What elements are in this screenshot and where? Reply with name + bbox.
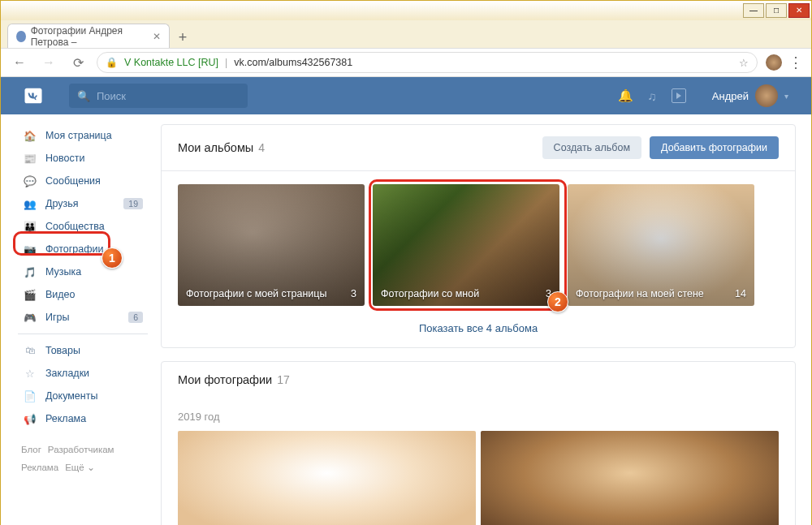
show-all-link[interactable]: Показать все 4 альбома xyxy=(419,322,538,334)
favicon-icon xyxy=(16,31,26,42)
sidebar-item-bookmarks[interactable]: ☆Закладки xyxy=(16,362,149,385)
url-text: vk.com/albums432567381 xyxy=(234,57,352,68)
browser-toolbar: ← → ⟳ 🔒 V Kontakte LLC [RU] | vk.com/alb… xyxy=(1,48,811,77)
play-icon[interactable] xyxy=(672,88,686,103)
sidebar-item-my-page[interactable]: 🏠Моя страница xyxy=(16,124,149,147)
albums-count: 4 xyxy=(258,141,265,154)
notifications-icon[interactable]: 🔔 xyxy=(618,88,633,103)
albums-title: Мои альбомы xyxy=(178,141,253,154)
photos-count: 17 xyxy=(277,373,290,386)
search-icon: 🔍 xyxy=(77,90,90,102)
sidebar: 🏠Моя страница 📰Новости 💬Сообщения 👥Друзь… xyxy=(16,124,149,525)
albums-grid: Фотографии с моей страницы 3 Фотографии … xyxy=(162,171,795,312)
page-body: 🏠Моя страница 📰Новости 💬Сообщения 👥Друзь… xyxy=(16,114,796,525)
sidebar-item-market[interactable]: 🛍Товары xyxy=(16,339,149,362)
sidebar-item-news[interactable]: 📰Новости xyxy=(16,147,149,170)
message-icon: 💬 xyxy=(23,174,37,188)
photos-year: 2019 год xyxy=(162,398,795,431)
albums-header: Мои альбомы 4 Создать альбом Добавить фо… xyxy=(162,125,795,171)
sidebar-item-label: Музыка xyxy=(45,266,81,278)
sidebar-item-label: Товары xyxy=(45,345,80,356)
photos-grid xyxy=(162,431,795,525)
sidebar-item-friends[interactable]: 👥Друзья19 xyxy=(16,192,149,215)
reload-button[interactable]: ⟳ xyxy=(67,52,89,73)
sidebar-item-music[interactable]: 🎵Музыка xyxy=(16,260,149,283)
window-minimize-button[interactable] xyxy=(743,3,764,18)
friends-badge: 19 xyxy=(123,198,143,209)
window-close-button[interactable] xyxy=(788,3,810,18)
sidebar-footer: БлогРазработчикам РекламаЕщё ⌄ xyxy=(16,441,149,477)
sidebar-item-label: Видео xyxy=(45,289,76,300)
user-name: Андрей xyxy=(712,90,749,102)
sidebar-item-label: Фотографии xyxy=(45,243,103,255)
footer-blog[interactable]: Блог xyxy=(21,445,41,454)
back-button[interactable]: ← xyxy=(9,52,30,73)
window-title-bar xyxy=(1,1,811,20)
footer-ad[interactable]: Реклама xyxy=(21,463,58,472)
market-icon: 🛍 xyxy=(23,343,37,358)
sidebar-item-label: Игры xyxy=(45,312,69,323)
sidebar-item-messages[interactable]: 💬Сообщения xyxy=(16,170,149,192)
album-title: Фотографии на моей стене xyxy=(576,288,704,299)
show-all-row: Показать все 4 альбома xyxy=(162,312,795,347)
photo-item[interactable] xyxy=(178,431,476,525)
sidebar-item-label: Сообщения xyxy=(45,175,101,187)
sidebar-item-label: Новости xyxy=(45,153,84,164)
sidebar-divider xyxy=(18,334,148,334)
music-icon[interactable]: ♫ xyxy=(648,89,657,103)
sidebar-item-docs[interactable]: 📄Документы xyxy=(16,385,149,407)
address-bar[interactable]: 🔒 V Kontakte LLC [RU] | vk.com/albums432… xyxy=(97,52,758,73)
url-separator: | xyxy=(225,57,227,68)
friends-icon: 👥 xyxy=(23,196,37,211)
add-photos-button[interactable]: Добавить фотографии xyxy=(650,136,779,159)
user-avatar-icon xyxy=(755,84,778,107)
browser-tab[interactable]: Фотографии Андрея Петрова – ✕ xyxy=(7,24,170,48)
new-tab-button[interactable]: + xyxy=(171,27,194,48)
bookmark-star-icon[interactable]: ☆ xyxy=(739,57,749,69)
user-menu[interactable]: Андрей ▾ xyxy=(712,84,788,107)
sidebar-item-label: Закладки xyxy=(45,368,89,379)
albums-card: Мои альбомы 4 Создать альбом Добавить фо… xyxy=(161,124,796,348)
cert-org: V Kontakte LLC [RU] xyxy=(124,57,218,68)
vk-header: 🔍 Поиск 🔔 ♫ Андрей ▾ xyxy=(1,77,811,114)
photo-item[interactable] xyxy=(481,431,779,525)
sidebar-item-video[interactable]: 🎬Видео xyxy=(16,283,149,306)
profile-avatar-icon[interactable] xyxy=(766,54,782,71)
photos-header: Мои фотографии 17 xyxy=(162,362,795,398)
album-wall[interactable]: Фотографии на моей стене 14 xyxy=(568,184,754,306)
sidebar-item-ads[interactable]: 📢Реклама xyxy=(16,407,149,430)
photos-card: Мои фотографии 17 2019 год xyxy=(161,361,796,525)
album-my-page[interactable]: Фотографии с моей страницы 3 xyxy=(178,184,365,306)
annotation-badge-2: 2 xyxy=(547,291,568,312)
album-with-me[interactable]: Фотографии со мной 3 xyxy=(373,184,559,306)
browser-window: Фотографии Андрея Петрова – ✕ + ← → ⟳ 🔒 … xyxy=(0,0,812,525)
sidebar-item-photos[interactable]: 📷Фотографии xyxy=(16,238,149,260)
sidebar-item-groups[interactable]: 👪Сообщества xyxy=(16,215,149,238)
create-album-button[interactable]: Создать альбом xyxy=(542,136,641,159)
sidebar-item-label: Моя страница xyxy=(45,130,112,141)
forward-button[interactable]: → xyxy=(38,52,59,73)
tab-title: Фотографии Андрея Петрова – xyxy=(31,25,148,48)
search-input[interactable]: 🔍 Поиск xyxy=(69,84,248,108)
sidebar-item-label: Сообщества xyxy=(45,221,105,232)
games-badge: 6 xyxy=(128,312,143,323)
sidebar-item-label: Друзья xyxy=(45,198,79,209)
footer-dev[interactable]: Разработчикам xyxy=(48,445,114,454)
annotation-badge-1: 1 xyxy=(102,247,123,269)
photos-title: Мои фотографии xyxy=(178,373,272,386)
home-icon: 🏠 xyxy=(23,128,37,143)
window-maximize-button[interactable] xyxy=(766,3,787,18)
sidebar-item-games[interactable]: 🎮Игры6 xyxy=(16,306,149,329)
footer-more[interactable]: Ещё ⌄ xyxy=(65,463,95,472)
sidebar-item-label: Документы xyxy=(45,390,97,402)
chevron-down-icon: ▾ xyxy=(784,92,788,101)
tab-close-icon[interactable]: ✕ xyxy=(153,31,161,42)
vk-logo[interactable] xyxy=(9,84,58,107)
toolbar-right: ⋮ xyxy=(766,54,803,71)
main-content: Мои альбомы 4 Создать альбом Добавить фо… xyxy=(161,124,796,525)
news-icon: 📰 xyxy=(23,151,37,166)
browser-menu-button[interactable]: ⋮ xyxy=(788,54,803,71)
album-count: 3 xyxy=(351,288,356,299)
video-icon: 🎬 xyxy=(23,287,37,302)
megaphone-icon: 📢 xyxy=(23,411,37,426)
